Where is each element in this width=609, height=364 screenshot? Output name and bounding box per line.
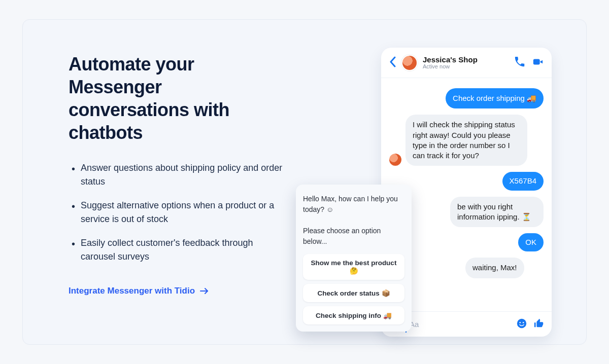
- svg-point-3: [520, 321, 521, 323]
- svg-point-2: [517, 318, 526, 327]
- chatbot-prompt: Hello Max, how can I help you today? ☺ P…: [303, 194, 404, 247]
- shop-info: Jessica's Shop Active now: [423, 56, 478, 70]
- emoji-icon[interactable]: [516, 318, 527, 331]
- headline: Automate your Messenger conversations wi…: [69, 53, 287, 144]
- avatar: [389, 154, 401, 166]
- back-icon[interactable]: [389, 56, 396, 69]
- bot-message: waiting, Max!: [465, 258, 524, 278]
- bot-message: be with you right information ipping. ⏳: [450, 197, 544, 228]
- bullet-item: Easily collect customer's feedback throu…: [69, 236, 287, 264]
- shop-name: Jessica's Shop: [423, 56, 478, 64]
- user-message: OK: [518, 233, 544, 251]
- bullet-list: Answer questions about shipping policy a…: [69, 161, 287, 264]
- svg-rect-1: [533, 59, 540, 64]
- illustration: Jessica's Shop Active now Check order sh…: [287, 48, 561, 344]
- chatbot-line1: Hello Max, how can I help you today? ☺: [303, 195, 398, 213]
- video-icon[interactable]: [532, 56, 544, 69]
- integrate-link[interactable]: Integrate Messenger with Tidio: [69, 286, 209, 296]
- chatbot-line2: Please choose an option below...: [303, 227, 381, 245]
- option-shipping-info[interactable]: Check shipping info 🚚: [303, 306, 404, 324]
- call-icon[interactable]: [514, 56, 525, 69]
- chat-header: Jessica's Shop Active now: [381, 48, 552, 78]
- user-message: X567B4: [502, 172, 544, 190]
- text-column: Automate your Messenger conversations wi…: [69, 48, 287, 344]
- user-message: Check order shipping 🚚: [446, 88, 544, 108]
- option-order-status[interactable]: Check order status 📦: [303, 284, 404, 302]
- option-best-product[interactable]: Show me the best product 🤔: [303, 254, 404, 280]
- feature-card: Automate your Messenger conversations wi…: [22, 19, 587, 345]
- bullet-item: Suggest alternative options when a produ…: [69, 199, 287, 226]
- thumbs-up-icon[interactable]: [533, 318, 545, 331]
- integrate-link-label: Integrate Messenger with Tidio: [69, 286, 195, 296]
- avatar[interactable]: [401, 55, 418, 71]
- message-input[interactable]: Aa: [405, 316, 510, 333]
- bullet-item: Answer questions about shipping policy a…: [69, 161, 287, 189]
- active-status: Active now: [423, 63, 478, 69]
- chatbot-options-card: Hello Max, how can I help you today? ☺ P…: [296, 185, 412, 332]
- bot-message: I will check the shipping status right a…: [405, 115, 527, 166]
- arrow-right-icon: [200, 287, 209, 295]
- svg-point-4: [523, 321, 524, 323]
